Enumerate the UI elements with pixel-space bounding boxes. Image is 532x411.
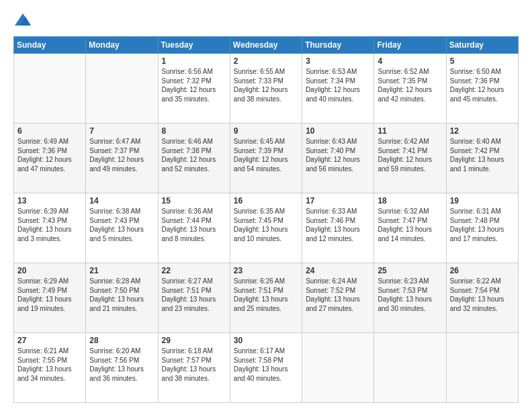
day-number: 9	[234, 126, 298, 136]
calendar-day-cell: 28Sunrise: 6:20 AMSunset: 7:56 PMDayligh…	[86, 333, 158, 403]
calendar-day-cell: 13Sunrise: 6:39 AMSunset: 7:43 PMDayligh…	[14, 193, 86, 263]
calendar-day-cell: 8Sunrise: 6:46 AMSunset: 7:38 PMDaylight…	[158, 124, 230, 193]
day-number: 15	[162, 196, 226, 205]
calendar-day-cell: 21Sunrise: 6:28 AMSunset: 7:50 PMDayligh…	[86, 263, 158, 333]
calendar-day-cell: 7Sunrise: 6:47 AMSunset: 7:37 PMDaylight…	[86, 124, 158, 193]
day-number: 4	[378, 56, 442, 66]
calendar-header-row: SundayMondayTuesdayWednesdayThursdayFrid…	[14, 37, 519, 54]
weekday-header: Thursday	[302, 37, 374, 54]
calendar-day-cell: 15Sunrise: 6:36 AMSunset: 7:44 PMDayligh…	[158, 193, 230, 263]
day-info: Sunrise: 6:45 AMSunset: 7:39 PMDaylight:…	[234, 137, 298, 173]
calendar-week-row: 27Sunrise: 6:21 AMSunset: 7:55 PMDayligh…	[14, 333, 519, 403]
day-info: Sunrise: 6:31 AMSunset: 7:48 PMDaylight:…	[450, 207, 515, 243]
day-info: Sunrise: 6:23 AMSunset: 7:53 PMDaylight:…	[378, 277, 442, 313]
calendar-day-cell: 1Sunrise: 6:56 AMSunset: 7:32 PMDaylight…	[158, 54, 230, 124]
day-info: Sunrise: 6:47 AMSunset: 7:37 PMDaylight:…	[89, 137, 154, 173]
calendar-table: SundayMondayTuesdayWednesdayThursdayFrid…	[13, 36, 519, 403]
weekday-header: Saturday	[446, 37, 518, 54]
weekday-header: Sunday	[14, 37, 86, 54]
calendar-week-row: 20Sunrise: 6:29 AMSunset: 7:49 PMDayligh…	[14, 263, 519, 333]
day-info: Sunrise: 6:33 AMSunset: 7:46 PMDaylight:…	[306, 207, 370, 243]
day-number: 12	[450, 126, 515, 136]
calendar-day-cell: 22Sunrise: 6:27 AMSunset: 7:51 PMDayligh…	[158, 263, 230, 333]
day-number: 3	[306, 56, 370, 66]
day-number: 28	[89, 336, 154, 345]
day-number: 2	[234, 56, 298, 66]
day-info: Sunrise: 6:39 AMSunset: 7:43 PMDaylight:…	[17, 207, 82, 243]
day-info: Sunrise: 6:26 AMSunset: 7:51 PMDaylight:…	[234, 277, 298, 313]
logo	[13, 11, 35, 30]
calendar-day-cell: 14Sunrise: 6:38 AMSunset: 7:43 PMDayligh…	[86, 193, 158, 263]
calendar-day-cell	[446, 333, 518, 403]
calendar-week-row: 13Sunrise: 6:39 AMSunset: 7:43 PMDayligh…	[14, 193, 519, 263]
day-info: Sunrise: 6:32 AMSunset: 7:47 PMDaylight:…	[378, 207, 442, 243]
calendar-day-cell: 26Sunrise: 6:22 AMSunset: 7:54 PMDayligh…	[446, 263, 518, 333]
day-info: Sunrise: 6:36 AMSunset: 7:44 PMDaylight:…	[162, 207, 226, 243]
day-info: Sunrise: 6:28 AMSunset: 7:50 PMDaylight:…	[89, 277, 154, 313]
day-info: Sunrise: 6:49 AMSunset: 7:36 PMDaylight:…	[17, 137, 82, 173]
day-info: Sunrise: 6:42 AMSunset: 7:41 PMDaylight:…	[378, 137, 442, 173]
calendar-day-cell: 2Sunrise: 6:55 AMSunset: 7:33 PMDaylight…	[230, 54, 302, 124]
calendar-day-cell: 20Sunrise: 6:29 AMSunset: 7:49 PMDayligh…	[14, 263, 86, 333]
day-number: 17	[306, 196, 370, 205]
day-number: 6	[17, 126, 82, 136]
calendar-day-cell: 25Sunrise: 6:23 AMSunset: 7:53 PMDayligh…	[374, 263, 446, 333]
day-number: 14	[89, 196, 154, 205]
day-number: 8	[162, 126, 226, 136]
day-number: 27	[17, 336, 82, 345]
day-number: 21	[89, 266, 154, 275]
day-info: Sunrise: 6:21 AMSunset: 7:55 PMDaylight:…	[17, 347, 82, 383]
calendar-week-row: 6Sunrise: 6:49 AMSunset: 7:36 PMDaylight…	[14, 124, 519, 193]
day-number: 7	[89, 126, 154, 136]
day-info: Sunrise: 6:50 AMSunset: 7:36 PMDaylight:…	[450, 67, 515, 103]
calendar-day-cell: 4Sunrise: 6:52 AMSunset: 7:35 PMDaylight…	[374, 54, 446, 124]
day-number: 24	[306, 266, 370, 275]
day-info: Sunrise: 6:17 AMSunset: 7:58 PMDaylight:…	[234, 347, 298, 383]
page: SundayMondayTuesdayWednesdayThursdayFrid…	[0, 0, 532, 411]
weekday-header: Friday	[374, 37, 446, 54]
calendar-day-cell: 23Sunrise: 6:26 AMSunset: 7:51 PMDayligh…	[230, 263, 302, 333]
calendar-day-cell: 27Sunrise: 6:21 AMSunset: 7:55 PMDayligh…	[14, 333, 86, 403]
weekday-header: Tuesday	[158, 37, 230, 54]
day-info: Sunrise: 6:35 AMSunset: 7:45 PMDaylight:…	[234, 207, 298, 243]
day-number: 5	[450, 56, 515, 66]
calendar-day-cell: 10Sunrise: 6:43 AMSunset: 7:40 PMDayligh…	[302, 124, 374, 193]
day-number: 1	[162, 56, 226, 66]
calendar-day-cell: 19Sunrise: 6:31 AMSunset: 7:48 PMDayligh…	[446, 193, 518, 263]
calendar-day-cell: 24Sunrise: 6:24 AMSunset: 7:52 PMDayligh…	[302, 263, 374, 333]
day-info: Sunrise: 6:22 AMSunset: 7:54 PMDaylight:…	[450, 277, 515, 313]
day-number: 16	[234, 196, 298, 205]
header	[13, 11, 519, 30]
calendar-day-cell: 29Sunrise: 6:18 AMSunset: 7:57 PMDayligh…	[158, 333, 230, 403]
logo-icon	[13, 11, 32, 30]
calendar-day-cell: 18Sunrise: 6:32 AMSunset: 7:47 PMDayligh…	[374, 193, 446, 263]
calendar-day-cell: 17Sunrise: 6:33 AMSunset: 7:46 PMDayligh…	[302, 193, 374, 263]
day-info: Sunrise: 6:40 AMSunset: 7:42 PMDaylight:…	[450, 137, 515, 173]
day-info: Sunrise: 6:29 AMSunset: 7:49 PMDaylight:…	[17, 277, 82, 313]
day-info: Sunrise: 6:53 AMSunset: 7:34 PMDaylight:…	[306, 67, 370, 103]
day-info: Sunrise: 6:43 AMSunset: 7:40 PMDaylight:…	[306, 137, 370, 173]
day-number: 20	[17, 266, 82, 275]
day-number: 26	[450, 266, 515, 275]
day-number: 18	[378, 196, 442, 205]
day-info: Sunrise: 6:55 AMSunset: 7:33 PMDaylight:…	[234, 67, 298, 103]
calendar-day-cell: 6Sunrise: 6:49 AMSunset: 7:36 PMDaylight…	[14, 124, 86, 193]
day-number: 23	[234, 266, 298, 275]
day-number: 13	[17, 196, 82, 205]
calendar-day-cell	[374, 333, 446, 403]
day-number: 25	[378, 266, 442, 275]
calendar-day-cell: 3Sunrise: 6:53 AMSunset: 7:34 PMDaylight…	[302, 54, 374, 124]
day-info: Sunrise: 6:52 AMSunset: 7:35 PMDaylight:…	[378, 67, 442, 103]
calendar-week-row: 1Sunrise: 6:56 AMSunset: 7:32 PMDaylight…	[14, 54, 519, 124]
day-number: 29	[162, 336, 226, 345]
day-number: 10	[306, 126, 370, 136]
calendar-day-cell: 30Sunrise: 6:17 AMSunset: 7:58 PMDayligh…	[230, 333, 302, 403]
calendar-day-cell: 11Sunrise: 6:42 AMSunset: 7:41 PMDayligh…	[374, 124, 446, 193]
calendar-day-cell	[86, 54, 158, 124]
weekday-header: Wednesday	[230, 37, 302, 54]
calendar-day-cell: 9Sunrise: 6:45 AMSunset: 7:39 PMDaylight…	[230, 124, 302, 193]
day-info: Sunrise: 6:18 AMSunset: 7:57 PMDaylight:…	[162, 347, 226, 383]
day-number: 22	[162, 266, 226, 275]
day-number: 11	[378, 126, 442, 136]
day-info: Sunrise: 6:27 AMSunset: 7:51 PMDaylight:…	[162, 277, 226, 313]
